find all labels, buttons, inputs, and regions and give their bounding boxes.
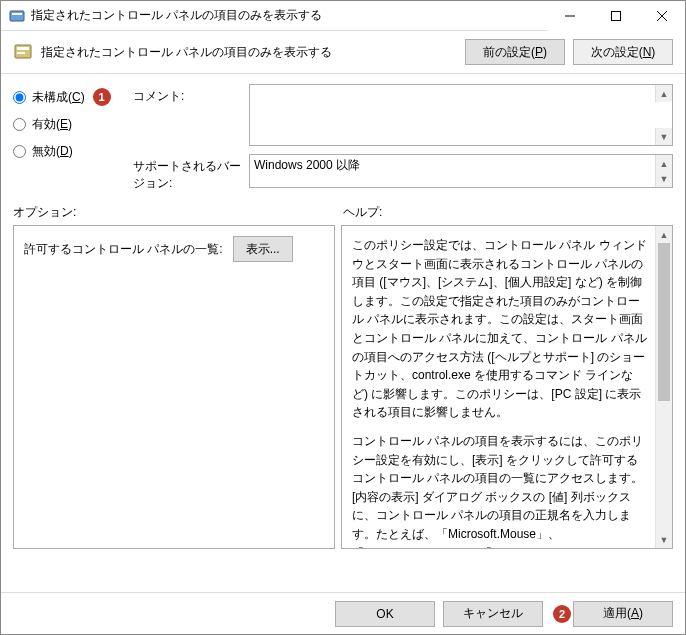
show-list-button[interactable]: 表示...	[233, 236, 293, 262]
annotation-badge-2: 2	[553, 605, 571, 623]
radio-disabled[interactable]: 無効(D)	[13, 143, 133, 160]
svg-rect-7	[17, 47, 29, 50]
policy-icon	[13, 42, 33, 62]
scroll-up-icon: ▲	[655, 85, 672, 102]
radio-disabled-input[interactable]	[13, 145, 26, 158]
previous-setting-button[interactable]: 前の設定(P)	[465, 39, 565, 65]
maximize-button[interactable]	[593, 1, 639, 31]
allowed-list-label: 許可するコントロール パネルの一覧:	[24, 241, 223, 258]
options-section-label: オプション:	[13, 204, 343, 221]
ok-button[interactable]: OK	[335, 601, 435, 627]
window-title: 指定されたコントロール パネルの項目のみを表示する	[31, 7, 547, 24]
app-icon	[9, 8, 25, 24]
comment-label: コメント:	[133, 84, 243, 105]
help-panel: このポリシー設定では、コントロール パネル ウィンドウとスタート画面に表示される…	[341, 225, 673, 549]
svg-rect-1	[12, 13, 22, 15]
comment-textarea[interactable]: ▲ ▼	[249, 84, 673, 146]
scroll-thumb[interactable]	[658, 243, 670, 401]
radio-not-configured-input[interactable]	[13, 91, 26, 104]
radio-not-configured[interactable]: 未構成(C) 1	[13, 88, 133, 106]
scroll-down-icon[interactable]: ▼	[656, 531, 672, 548]
help-section-label: ヘルプ:	[343, 204, 673, 221]
scroll-down-icon: ▼	[655, 170, 672, 187]
options-panel: 許可するコントロール パネルの一覧: 表示...	[13, 225, 335, 549]
help-text: このポリシー設定では、コントロール パネル ウィンドウとスタート画面に表示される…	[352, 236, 662, 549]
svg-rect-8	[17, 52, 25, 54]
supported-version-label: サポートされるバージョン:	[133, 154, 243, 192]
supported-version-value: Windows 2000 以降	[254, 158, 360, 172]
help-scrollbar[interactable]: ▲ ▼	[655, 226, 672, 548]
svg-rect-3	[612, 11, 621, 20]
radio-enabled-input[interactable]	[13, 118, 26, 131]
svg-rect-6	[15, 45, 31, 58]
policy-title: 指定されたコントロール パネルの項目のみを表示する	[41, 44, 465, 61]
apply-button[interactable]: 適用(A)	[573, 601, 673, 627]
scroll-track[interactable]	[656, 243, 672, 531]
cancel-button[interactable]: キャンセル	[443, 601, 543, 627]
annotation-badge-1: 1	[93, 88, 111, 106]
radio-enabled[interactable]: 有効(E)	[13, 116, 133, 133]
close-button[interactable]	[639, 1, 685, 31]
svg-rect-0	[10, 11, 24, 21]
scroll-down-icon: ▼	[655, 128, 672, 145]
supported-version-box: Windows 2000 以降 ▲ ▼	[249, 154, 673, 188]
scroll-up-icon[interactable]: ▲	[656, 226, 672, 243]
next-setting-button: 次の設定(N)	[573, 39, 673, 65]
minimize-button[interactable]	[547, 1, 593, 31]
